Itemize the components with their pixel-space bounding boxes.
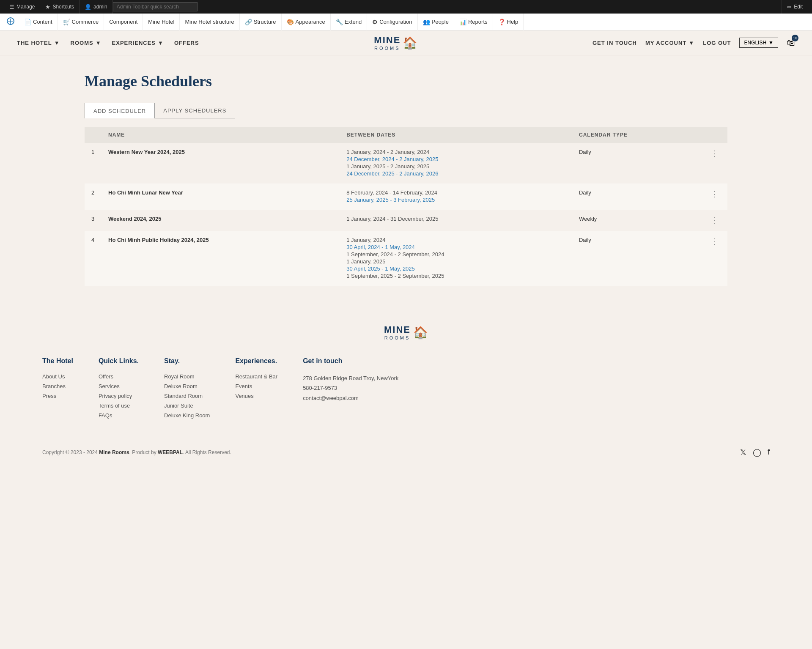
more-options-button[interactable]: ⋮ bbox=[709, 189, 721, 199]
footer-hotel-link[interactable]: Press bbox=[42, 393, 73, 399]
manage-icon: ☰ bbox=[9, 4, 14, 10]
cms-mine-hotel-structure-item[interactable]: Mine Hotel structure bbox=[180, 14, 239, 30]
cms-content-item[interactable]: 📄 Content bbox=[19, 14, 58, 30]
nav-offers[interactable]: OFFERS bbox=[174, 40, 199, 46]
row-dates: 1 January, 2024 - 31 December, 2025 bbox=[340, 210, 572, 231]
footer-stay-link[interactable]: Standard Room bbox=[164, 393, 210, 399]
table-row: 3Weekend 2024, 20251 January, 2024 - 31 … bbox=[85, 210, 727, 231]
apply-schedulers-tab[interactable]: APPLY SCHEDULERS bbox=[154, 103, 235, 118]
footer-stay-link[interactable]: Deluxe King Room bbox=[164, 412, 210, 419]
more-options-button[interactable]: ⋮ bbox=[709, 237, 721, 246]
footer-logo-sub: ROOMS bbox=[384, 335, 411, 340]
admin-label: admin bbox=[93, 4, 107, 10]
col-dates-header: BETWEEN DATES bbox=[340, 127, 572, 143]
footer-quick-link[interactable]: Services bbox=[99, 383, 139, 389]
footer-col-contact: Get in touch 278 Golden Ridge Road Troy,… bbox=[303, 357, 398, 422]
site-footer: MINE ROOMS 🏠 The Hotel About UsBranchesP… bbox=[0, 303, 812, 470]
cms-reports-item[interactable]: 📊 Reports bbox=[454, 14, 493, 30]
footer-logo-main: MINE bbox=[384, 324, 411, 335]
more-options-button[interactable]: ⋮ bbox=[709, 216, 721, 225]
date-entry: 1 January, 2024 - 2 January, 2024 bbox=[346, 149, 565, 155]
add-scheduler-tab[interactable]: ADD SCHEDULER bbox=[85, 103, 154, 118]
facebook-icon[interactable]: f bbox=[768, 448, 770, 457]
cms-commerce-item[interactable]: 🛒 Commerce bbox=[58, 14, 104, 30]
nav-offers-label: OFFERS bbox=[174, 40, 199, 46]
nav-my-account[interactable]: MY ACCOUNT ▼ bbox=[645, 40, 694, 46]
nav-rooms-arrow: ▼ bbox=[96, 40, 102, 46]
nav-experiences[interactable]: EXPERIENCES ▼ bbox=[112, 40, 164, 46]
admin-search-input[interactable] bbox=[113, 2, 198, 11]
footer-experiences-link[interactable]: Restaurant & Bar bbox=[235, 373, 277, 380]
nav-rooms[interactable]: ROOMS ▼ bbox=[71, 40, 102, 46]
edit-icon: ✏ bbox=[787, 4, 792, 10]
user-icon: 👤 bbox=[85, 4, 91, 10]
cms-structure-item[interactable]: 🔗 Structure bbox=[240, 14, 282, 30]
col-name-header: NAME bbox=[102, 127, 340, 143]
footer-col-quick-links: Quick Links. OffersServicesPrivacy polic… bbox=[99, 357, 139, 422]
footer-col-experiences: Experiences. Restaurant & BarEventsVenue… bbox=[235, 357, 277, 422]
cms-appearance-item[interactable]: 🎨 Appearance bbox=[282, 14, 331, 30]
edit-button[interactable]: ✏ Edit bbox=[782, 0, 808, 14]
footer-hotel-link[interactable]: Branches bbox=[42, 383, 73, 389]
appearance-icon: 🎨 bbox=[287, 19, 294, 25]
date-entry: 30 April, 2025 - 1 May, 2025 bbox=[346, 266, 565, 272]
cms-logo[interactable] bbox=[2, 17, 19, 27]
site-nav: THE HOTEL ▼ ROOMS ▼ EXPERIENCES ▼ OFFERS… bbox=[0, 30, 812, 55]
language-selector[interactable]: ENGLISH ▼ bbox=[739, 38, 778, 48]
admin-toolbar: ☰ Manage ★ Shortcuts 👤 admin ✏ Edit bbox=[0, 0, 812, 14]
footer-stay-link[interactable]: Junior Suite bbox=[164, 403, 210, 409]
nav-log-out[interactable]: LOG OUT bbox=[703, 40, 731, 46]
footer-quick-link[interactable]: FAQs bbox=[99, 412, 139, 419]
footer-logo: MINE ROOMS 🏠 bbox=[42, 324, 770, 340]
date-entry: 24 December, 2025 - 2 January, 2026 bbox=[346, 170, 565, 177]
manage-menu-item[interactable]: ☰ Manage bbox=[4, 0, 40, 14]
row-number: 3 bbox=[85, 210, 102, 231]
date-entry: 1 September, 2024 - 2 September, 2024 bbox=[346, 251, 565, 257]
date-entry: 1 January, 2024 bbox=[346, 237, 565, 243]
date-entry: 1 January, 2025 - 2 January, 2025 bbox=[346, 163, 565, 170]
cms-people-item[interactable]: 👥 People bbox=[418, 14, 454, 30]
footer-experiences-link[interactable]: Venues bbox=[235, 393, 277, 399]
twitter-icon[interactable]: 𝕏 bbox=[740, 448, 746, 457]
row-calendar-type: Daily bbox=[572, 143, 702, 183]
extend-icon: 🔧 bbox=[336, 19, 343, 25]
row-actions: ⋮ bbox=[702, 143, 727, 183]
nav-the-hotel[interactable]: THE HOTEL ▼ bbox=[17, 40, 60, 46]
scheduler-tabs: ADD SCHEDULER APPLY SCHEDULERS bbox=[85, 103, 727, 118]
row-dates: 1 January, 202430 April, 2024 - 1 May, 2… bbox=[340, 231, 572, 286]
footer-stay-link[interactable]: Royal Room bbox=[164, 373, 210, 380]
footer-experiences-link[interactable]: Events bbox=[235, 383, 277, 389]
footer-quick-link[interactable]: Terms of use bbox=[99, 403, 139, 409]
footer-contact-address: 278 Golden Ridge Road Troy, NewYork bbox=[303, 373, 398, 383]
shortcuts-label: Shortcuts bbox=[52, 4, 74, 10]
cms-mine-hotel-structure-label: Mine Hotel structure bbox=[185, 19, 234, 25]
more-options-button[interactable]: ⋮ bbox=[709, 149, 721, 158]
row-dates: 8 February, 2024 - 14 February, 202425 J… bbox=[340, 183, 572, 210]
date-entry: 25 January, 2025 - 3 February, 2025 bbox=[346, 197, 565, 203]
nav-rooms-label: ROOMS bbox=[71, 40, 93, 46]
commerce-icon: 🛒 bbox=[63, 19, 70, 25]
date-entry: 1 January, 2025 bbox=[346, 258, 565, 265]
table-row: 4Ho Chi Minh Public Holiday 2024, 20251 … bbox=[85, 231, 727, 286]
cms-component-item[interactable]: Component bbox=[104, 14, 143, 30]
date-entry: 1 September, 2025 - 2 September, 2025 bbox=[346, 273, 565, 279]
cms-extend-item[interactable]: 🔧 Extend bbox=[331, 14, 367, 30]
cart-button[interactable]: 🛍 10 bbox=[787, 38, 795, 48]
nav-log-out-label: LOG OUT bbox=[703, 40, 731, 46]
footer-quick-link[interactable]: Offers bbox=[99, 373, 139, 380]
footer-experiences-links-list: Restaurant & BarEventsVenues bbox=[235, 373, 277, 399]
footer-quick-link[interactable]: Privacy policy bbox=[99, 393, 139, 399]
cms-help-item[interactable]: ❓ Help bbox=[493, 14, 524, 30]
row-actions: ⋮ bbox=[702, 210, 727, 231]
cms-configuration-item[interactable]: ⚙ Configuration bbox=[367, 14, 417, 30]
shortcuts-menu-item[interactable]: ★ Shortcuts bbox=[40, 0, 80, 14]
cms-mine-hotel-item[interactable]: Mine Hotel bbox=[143, 14, 180, 30]
nav-get-in-touch[interactable]: GET IN TOUCH bbox=[593, 40, 637, 46]
admin-user-item[interactable]: 👤 admin bbox=[80, 0, 113, 14]
help-icon: ❓ bbox=[498, 19, 505, 25]
row-number: 1 bbox=[85, 143, 102, 183]
instagram-icon[interactable]: ◯ bbox=[753, 448, 761, 457]
footer-columns: The Hotel About UsBranchesPress Quick Li… bbox=[42, 357, 770, 422]
footer-hotel-link[interactable]: About Us bbox=[42, 373, 73, 380]
footer-stay-link[interactable]: Deluxe Room bbox=[164, 383, 210, 389]
